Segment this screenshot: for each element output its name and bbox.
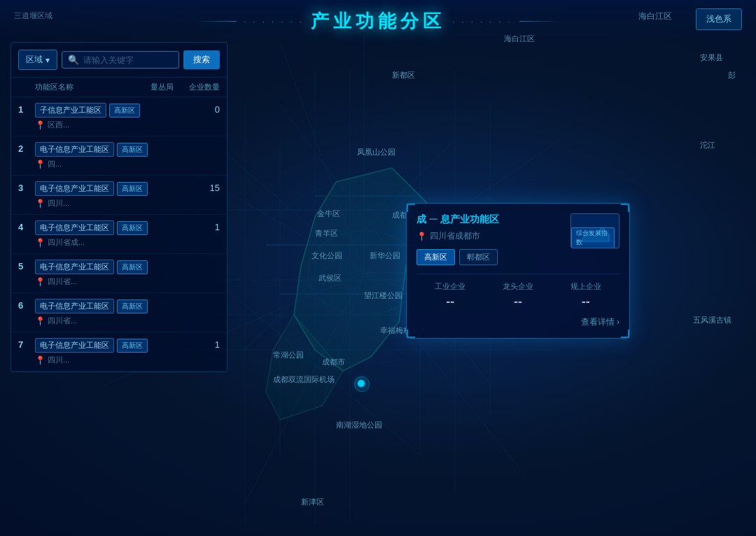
stat-value: -- [416,295,484,309]
table-row[interactable]: 2 电子信息产业工能区 高新区 📍 四... [11,136,227,176]
table-rows: 1 子信息产业工能区 高新区 📍 区西... 0 2 电子信息产业工能区 高新区… [11,97,227,372]
row-name-wrap: 电子信息产业工能区 高新区 [35,299,181,313]
table-row[interactable]: 4 电子信息产业工能区 高新区 📍 四川省成... 1 [11,215,227,254]
row-tag-badge: 高新区 [109,104,140,118]
light-theme-button[interactable]: 浅色系 [696,8,742,30]
map-label: 成都市 [322,357,345,367]
row-name-wrap: 电子信息产业工能区 高新区 [35,338,181,353]
corner-bl [407,330,415,338]
header-line-right [519,21,561,22]
page-title: 产业功能分区 [311,9,445,34]
row-count: 0 [181,103,220,115]
row-name-wrap: 电子信息产业工能区 高新区 [35,220,181,235]
map-label: 成都双流国际机场 [273,374,335,385]
map-label: 常湖公园 [273,350,304,360]
row-location: 📍 四川省... [35,316,181,326]
stat-label: 规上企业 [552,281,620,292]
search-button[interactable]: 搜索 [183,50,220,69]
row-number: 1 [18,103,35,115]
row-count [181,142,220,143]
row-tag-badge: 高新区 [117,339,148,353]
row-count: 1 [181,220,220,232]
stat-value: -- [484,295,552,309]
row-name-wrap: 电子信息产业工能区 高新区 [35,260,181,274]
row-info: 电子信息产业工能区 高新区 📍 四川... [35,181,181,209]
row-name: 电子信息产业工能区 [35,142,114,157]
row-number: 2 [18,142,35,154]
location-pin-icon: 📍 [35,199,46,209]
table-row[interactable]: 5 电子信息产业工能区 高新区 📍 四川省... [11,254,227,293]
row-location: 📍 四... [35,159,181,169]
row-info: 电子信息产业工能区 高新区 📍 四川省... [35,299,181,326]
map-label: 新津区 [301,497,324,507]
region-filter-button[interactable]: 区域 ▾ [18,50,57,70]
location-text: 四川... [48,355,69,365]
location-pin-icon: 📍 [35,277,46,287]
location-text: 四川省... [48,316,77,326]
popup-stat: 龙头企业 -- [484,281,552,309]
location-text: 四川省... [48,276,77,287]
popup-tag-badge: 综合发展指数 [571,227,615,248]
location-text: 四川... [48,198,69,209]
popup-title: 成 一 息产业功能区 [416,213,499,226]
popup-card: 成 一 息产业功能区 综合发展指数 📍 四川省成都市 高新区郫都区 工业企业 -… [406,203,630,339]
popup-detail-link[interactable]: 查看详情 › [416,316,620,328]
location-text: 四... [48,159,62,169]
map-label: 彭 [728,70,736,80]
header-dots-left: · · · · · · · [244,16,304,27]
map-label: 青羊区 [315,228,338,239]
search-icon: 🔍 [68,55,79,65]
row-number: 5 [18,260,35,271]
left-panel: 区域 ▾ 🔍 搜索 功能区名称 量丛局 企业数量 1 子信息产业工能区 高新区 … [10,42,227,372]
row-info: 电子信息产业工能区 高新区 📍 四川省成... [35,220,181,248]
search-input[interactable] [83,55,173,65]
row-number: 6 [18,299,35,311]
map-label: 凤凰山公园 [357,147,396,157]
row-name: 电子信息产业工能区 [35,260,114,274]
location-pin-icon: 📍 [35,316,46,326]
row-location: 📍 四川省... [35,276,181,287]
row-name: 电子信息产业工能区 [35,181,114,196]
map-label: 安果县 [700,52,723,63]
location-icon: 📍 [416,232,427,241]
stat-value: -- [552,295,620,309]
header-line-left [195,21,237,22]
popup-stat: 规上企业 -- [552,281,620,309]
table-row[interactable]: 1 子信息产业工能区 高新区 📍 区西... 0 [11,97,227,136]
stat-label: 工业企业 [416,281,484,292]
map-label: 新都区 [392,70,415,80]
row-name-wrap: 电子信息产业工能区 高新区 [35,142,181,157]
popup-tag-item[interactable]: 高新区 [416,249,455,265]
map-marker [358,380,365,387]
row-info: 电子信息产业工能区 高新区 📍 四川... [35,338,181,365]
row-name-wrap: 子信息产业工能区 高新区 [35,103,181,118]
popup-stats: 工业企业 -- 龙头企业 -- 规上企业 -- [416,274,620,309]
row-info: 电子信息产业工能区 高新区 📍 四... [35,142,181,169]
table-row[interactable]: 6 电子信息产业工能区 高新区 📍 四川省... [11,293,227,332]
row-count [181,260,220,261]
search-bar: 区域 ▾ 🔍 搜索 [11,43,227,78]
search-input-wrapper: 🔍 [62,51,179,69]
row-tag-badge: 高新区 [117,143,148,157]
location-pin-icon: 📍 [35,160,46,169]
row-count [181,299,220,300]
popup-tag-item[interactable]: 郫都区 [459,249,498,265]
table-row[interactable]: 3 电子信息产业工能区 高新区 📍 四川... 15 [11,176,227,215]
table-header: 功能区名称 量丛局 企业数量 [11,78,227,97]
location-pin-icon: 📍 [35,238,46,248]
location-text: 四川省成... [48,237,85,248]
map-label: 文化公园 [312,251,342,261]
row-info: 电子信息产业工能区 高新区 📍 四川省... [35,260,181,287]
location-text: 区西... [48,120,69,130]
popup-thumbnail: 综合发展指数 [570,213,620,248]
table-row[interactable]: 7 电子信息产业工能区 高新区 📍 四川... 1 [11,332,227,372]
header-region-label: 海白江区 [638,10,672,22]
row-count: 1 [181,338,220,350]
map-label: 沱江 [700,140,715,150]
row-number: 3 [18,181,35,193]
map-label: 新华公园 [370,251,400,261]
row-number: 4 [18,220,35,232]
popup-stat: 工业企业 -- [416,281,484,309]
map-label: 五风溪古镇 [693,315,732,325]
map-label: 金牛区 [317,209,340,219]
